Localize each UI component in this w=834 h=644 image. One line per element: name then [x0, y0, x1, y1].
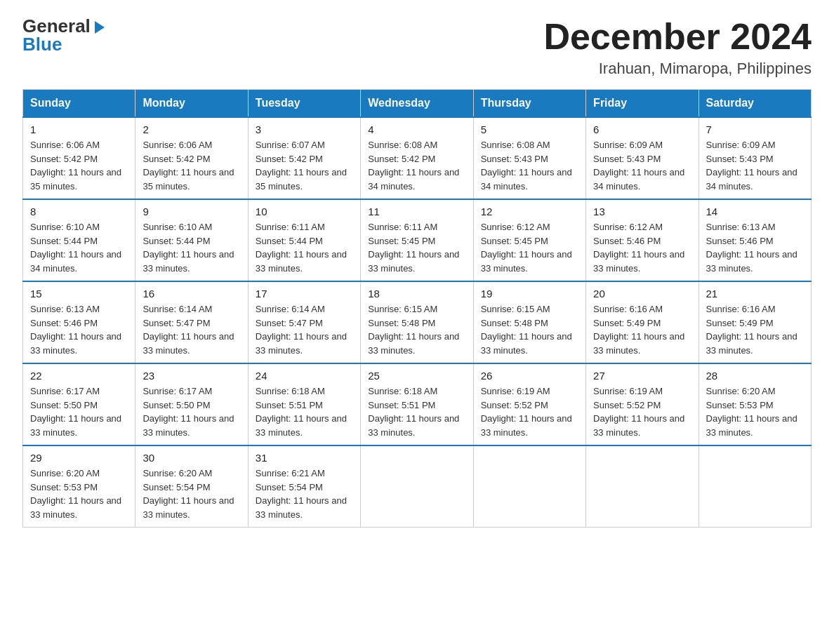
- table-row: 6Sunrise: 6:09 AMSunset: 5:43 PMDaylight…: [586, 117, 699, 199]
- table-row: [473, 445, 585, 528]
- col-wednesday: Wednesday: [361, 90, 473, 118]
- day-info: Sunrise: 6:20 AMSunset: 5:53 PMDaylight:…: [30, 467, 128, 521]
- day-number: 10: [256, 206, 353, 217]
- day-info: Sunrise: 6:17 AMSunset: 5:50 PMDaylight:…: [30, 384, 128, 439]
- day-info: Sunrise: 6:19 AMSunset: 5:52 PMDaylight:…: [481, 384, 578, 439]
- table-row: 26Sunrise: 6:19 AMSunset: 5:52 PMDayligh…: [473, 363, 585, 445]
- table-row: [361, 445, 473, 528]
- day-number: 31: [256, 452, 353, 464]
- calendar-table: Sunday Monday Tuesday Wednesday Thursday…: [22, 89, 812, 528]
- col-sunday: Sunday: [23, 90, 135, 118]
- table-row: 2Sunrise: 6:06 AMSunset: 5:42 PMDaylight…: [135, 117, 248, 199]
- table-row: 3Sunrise: 6:07 AMSunset: 5:42 PMDaylight…: [248, 117, 360, 199]
- month-title: December 2024: [543, 17, 812, 57]
- calendar-week-row: 8Sunrise: 6:10 AMSunset: 5:44 PMDaylight…: [23, 199, 812, 281]
- day-number: 17: [256, 288, 353, 300]
- table-row: [586, 445, 699, 528]
- table-row: 4Sunrise: 6:08 AMSunset: 5:42 PMDaylight…: [361, 117, 473, 199]
- table-row: 28Sunrise: 6:20 AMSunset: 5:53 PMDayligh…: [699, 363, 811, 445]
- table-row: 14Sunrise: 6:13 AMSunset: 5:46 PMDayligh…: [699, 199, 811, 281]
- day-number: 20: [593, 288, 691, 300]
- calendar-week-row: 15Sunrise: 6:13 AMSunset: 5:46 PMDayligh…: [23, 281, 812, 363]
- day-number: 21: [706, 288, 804, 300]
- day-info: Sunrise: 6:11 AMSunset: 5:44 PMDaylight:…: [256, 220, 353, 275]
- day-number: 2: [143, 123, 240, 135]
- day-number: 25: [368, 370, 465, 382]
- col-thursday: Thursday: [473, 90, 585, 118]
- table-row: 12Sunrise: 6:12 AMSunset: 5:45 PMDayligh…: [473, 199, 585, 281]
- location-text: Irahuan, Mimaropa, Philippines: [543, 60, 812, 78]
- day-info: Sunrise: 6:18 AMSunset: 5:51 PMDaylight:…: [368, 384, 465, 439]
- day-number: 12: [481, 206, 578, 217]
- table-row: 13Sunrise: 6:12 AMSunset: 5:46 PMDayligh…: [586, 199, 699, 281]
- table-row: 22Sunrise: 6:17 AMSunset: 5:50 PMDayligh…: [23, 363, 135, 445]
- calendar-week-row: 22Sunrise: 6:17 AMSunset: 5:50 PMDayligh…: [23, 363, 812, 445]
- table-row: 27Sunrise: 6:19 AMSunset: 5:52 PMDayligh…: [586, 363, 699, 445]
- table-row: 31Sunrise: 6:21 AMSunset: 5:54 PMDayligh…: [248, 445, 360, 528]
- day-info: Sunrise: 6:20 AMSunset: 5:54 PMDaylight:…: [143, 467, 240, 521]
- day-info: Sunrise: 6:10 AMSunset: 5:44 PMDaylight:…: [143, 220, 240, 275]
- calendar-header-row: Sunday Monday Tuesday Wednesday Thursday…: [23, 90, 812, 118]
- table-row: 24Sunrise: 6:18 AMSunset: 5:51 PMDayligh…: [248, 363, 360, 445]
- logo: General Blue: [22, 17, 105, 53]
- day-number: 23: [143, 370, 240, 382]
- table-row: 25Sunrise: 6:18 AMSunset: 5:51 PMDayligh…: [361, 363, 473, 445]
- day-number: 6: [593, 123, 691, 135]
- table-row: [699, 445, 811, 528]
- day-info: Sunrise: 6:13 AMSunset: 5:46 PMDaylight:…: [30, 302, 128, 357]
- day-number: 24: [256, 370, 353, 382]
- page-header: General Blue December 2024 Irahuan, Mima…: [22, 17, 812, 78]
- day-info: Sunrise: 6:20 AMSunset: 5:53 PMDaylight:…: [706, 384, 804, 439]
- day-number: 1: [30, 123, 128, 135]
- table-row: 30Sunrise: 6:20 AMSunset: 5:54 PMDayligh…: [135, 445, 248, 528]
- col-tuesday: Tuesday: [248, 90, 360, 118]
- day-number: 7: [706, 123, 804, 135]
- day-number: 13: [593, 206, 691, 217]
- logo-blue-text: Blue: [22, 35, 105, 53]
- col-friday: Friday: [586, 90, 699, 118]
- table-row: 11Sunrise: 6:11 AMSunset: 5:45 PMDayligh…: [361, 199, 473, 281]
- calendar-week-row: 1Sunrise: 6:06 AMSunset: 5:42 PMDaylight…: [23, 117, 812, 199]
- day-info: Sunrise: 6:08 AMSunset: 5:43 PMDaylight:…: [481, 138, 578, 193]
- day-number: 15: [30, 288, 128, 300]
- day-number: 16: [143, 288, 240, 300]
- col-monday: Monday: [135, 90, 248, 118]
- day-info: Sunrise: 6:06 AMSunset: 5:42 PMDaylight:…: [30, 138, 128, 193]
- day-info: Sunrise: 6:21 AMSunset: 5:54 PMDaylight:…: [256, 467, 353, 521]
- table-row: 17Sunrise: 6:14 AMSunset: 5:47 PMDayligh…: [248, 281, 360, 363]
- day-info: Sunrise: 6:18 AMSunset: 5:51 PMDaylight:…: [256, 384, 353, 439]
- table-row: 18Sunrise: 6:15 AMSunset: 5:48 PMDayligh…: [361, 281, 473, 363]
- table-row: 20Sunrise: 6:16 AMSunset: 5:49 PMDayligh…: [586, 281, 699, 363]
- table-row: 19Sunrise: 6:15 AMSunset: 5:48 PMDayligh…: [473, 281, 585, 363]
- day-info: Sunrise: 6:11 AMSunset: 5:45 PMDaylight:…: [368, 220, 465, 275]
- day-info: Sunrise: 6:07 AMSunset: 5:42 PMDaylight:…: [256, 138, 353, 193]
- day-number: 19: [481, 288, 578, 300]
- day-number: 11: [368, 206, 465, 217]
- day-number: 30: [143, 452, 240, 464]
- day-info: Sunrise: 6:08 AMSunset: 5:42 PMDaylight:…: [368, 138, 465, 193]
- day-number: 8: [30, 206, 128, 217]
- col-saturday: Saturday: [699, 90, 811, 118]
- day-info: Sunrise: 6:06 AMSunset: 5:42 PMDaylight:…: [143, 138, 240, 193]
- day-info: Sunrise: 6:13 AMSunset: 5:46 PMDaylight:…: [706, 220, 804, 275]
- calendar-week-row: 29Sunrise: 6:20 AMSunset: 5:53 PMDayligh…: [23, 445, 812, 528]
- table-row: 29Sunrise: 6:20 AMSunset: 5:53 PMDayligh…: [23, 445, 135, 528]
- day-info: Sunrise: 6:10 AMSunset: 5:44 PMDaylight:…: [30, 220, 128, 275]
- logo-general-text: General: [22, 17, 105, 35]
- day-info: Sunrise: 6:16 AMSunset: 5:49 PMDaylight:…: [706, 302, 804, 357]
- day-number: 22: [30, 370, 128, 382]
- day-number: 29: [30, 452, 128, 464]
- table-row: 10Sunrise: 6:11 AMSunset: 5:44 PMDayligh…: [248, 199, 360, 281]
- day-info: Sunrise: 6:09 AMSunset: 5:43 PMDaylight:…: [706, 138, 804, 193]
- table-row: 9Sunrise: 6:10 AMSunset: 5:44 PMDaylight…: [135, 199, 248, 281]
- day-info: Sunrise: 6:14 AMSunset: 5:47 PMDaylight:…: [143, 302, 240, 357]
- day-number: 9: [143, 206, 240, 217]
- day-info: Sunrise: 6:15 AMSunset: 5:48 PMDaylight:…: [481, 302, 578, 357]
- table-row: 16Sunrise: 6:14 AMSunset: 5:47 PMDayligh…: [135, 281, 248, 363]
- table-row: 5Sunrise: 6:08 AMSunset: 5:43 PMDaylight…: [473, 117, 585, 199]
- day-info: Sunrise: 6:19 AMSunset: 5:52 PMDaylight:…: [593, 384, 691, 439]
- day-number: 27: [593, 370, 691, 382]
- day-number: 5: [481, 123, 578, 135]
- table-row: 1Sunrise: 6:06 AMSunset: 5:42 PMDaylight…: [23, 117, 135, 199]
- day-number: 26: [481, 370, 578, 382]
